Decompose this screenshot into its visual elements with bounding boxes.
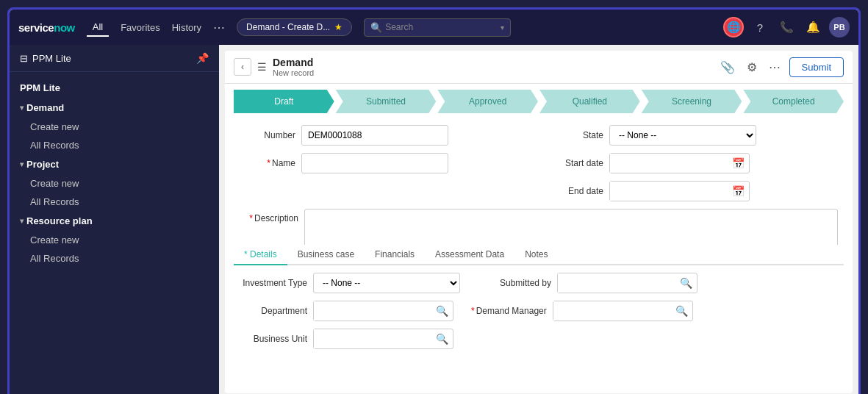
submitted-by-search-icon[interactable]: 🔍 [675,277,697,289]
business-unit-label: Business Unit [234,334,307,344]
department-input[interactable] [314,301,431,320]
tab-details[interactable]: * Details [234,245,287,265]
demand-manager-input[interactable] [553,301,671,320]
form-title-area: Demand New record [273,57,314,77]
start-date-input[interactable] [610,154,728,173]
demand-manager-group: *Demand Manager 🔍 [471,301,693,321]
demand-manager-label: *Demand Manager [471,306,547,316]
start-date-group: Start date 📅 [545,153,841,173]
step-approved[interactable]: Approved [437,90,538,113]
start-date-calendar-icon[interactable]: 📅 [728,157,749,169]
tab-financials[interactable]: Financials [365,245,425,265]
nav-favorites[interactable]: Favorites [121,22,159,33]
sidebar-item-ppm-lite[interactable]: PPM Lite [10,78,219,98]
step-draft[interactable]: Draft [234,90,334,113]
end-date-input[interactable] [610,182,728,201]
sidebar-project-all-records[interactable]: All Records [10,193,219,211]
brand-logo-area: servicenow [18,21,75,34]
more-options-icon[interactable]: ⋯ [766,59,783,76]
sidebar-filter-button[interactable]: ⊟ PPM Lite [20,53,71,64]
investment-type-group: Investment Type -- None -- [234,273,460,293]
department-wrap: 🔍 [313,301,453,321]
start-date-label: Start date [545,158,603,168]
sidebar-project-create-new[interactable]: Create new [10,174,219,193]
sidebar-resource-create-new[interactable]: Create new [10,231,219,249]
step-qualified[interactable]: Qualified [539,90,640,113]
help-icon-button[interactable]: ? [750,17,770,37]
end-date-wrap: 📅 [609,181,750,201]
business-unit-row: Business Unit 🔍 [234,329,844,349]
search-input[interactable] [385,22,501,32]
submitted-by-input[interactable] [558,273,675,293]
main-layout: ⊟ PPM Lite 📌 PPM Lite ▾ Demand Create ne… [10,45,858,394]
description-textarea[interactable] [304,209,838,245]
tab-notes[interactable]: Notes [514,245,558,265]
start-date-wrap: 📅 [609,153,750,173]
resource-plan-section-label: Resource plan [26,215,93,226]
tabs-bar: * Details Business case Financials Asses… [234,245,844,265]
hamburger-icon[interactable]: ☰ [257,61,267,73]
name-startdate-row: *Name Start date 📅 [237,153,841,173]
demand-section-label: Demand [26,102,64,113]
back-button[interactable]: ‹ [234,58,251,76]
demand-manager-search-icon[interactable]: 🔍 [671,305,692,317]
pin-icon[interactable]: 📌 [196,52,209,64]
department-group: Department 🔍 [234,301,453,321]
step-completed[interactable]: Completed [743,90,844,113]
step-submitted[interactable]: Submitted [336,90,437,113]
business-unit-input[interactable] [314,329,431,348]
brand-logo[interactable]: servicenow [18,21,75,34]
end-date-calendar-icon[interactable]: 📅 [728,185,749,197]
breadcrumb-label: Demand - Create D... [246,22,330,32]
number-group: Number [237,125,533,146]
tab-assessment-data[interactable]: Assessment Data [425,245,514,265]
settings-icon[interactable]: ⚙ [744,59,760,76]
nav-all-button[interactable]: All [87,18,109,37]
avatar-button[interactable]: PB [829,17,850,37]
department-search-icon[interactable]: 🔍 [431,305,453,317]
nav-icon-group: 🌐 ? 📞 🔔 PB [723,17,850,37]
end-date-label: End date [545,186,603,196]
search-icon: 🔍 [370,22,382,33]
business-unit-wrap: 🔍 [313,329,453,349]
step-screening[interactable]: Screening [642,90,742,113]
name-input[interactable] [301,153,448,173]
sidebar-item-resource-plan[interactable]: ▾ Resource plan [10,211,219,231]
sidebar-demand-create-new[interactable]: Create new [10,118,219,136]
breadcrumb-pill[interactable]: Demand - Create D... ★ [237,18,352,36]
dept-demand-row: Department 🔍 *Demand Manager 🔍 [234,301,844,321]
sidebar-header: ⊟ PPM Lite 📌 [10,45,219,72]
end-date-group: End date 📅 [545,181,841,201]
attachment-icon[interactable]: 📎 [717,59,738,76]
sidebar-demand-all-records[interactable]: All Records [10,136,219,154]
favorite-star-icon[interactable]: ★ [334,22,342,32]
tab-business-case[interactable]: Business case [287,245,365,265]
project-section-label: Project [26,159,59,170]
sidebar-item-demand[interactable]: ▾ Demand [10,98,219,118]
number-input[interactable] [301,125,448,146]
nav-more-icon[interactable]: ⋯ [213,21,225,35]
demand-manager-wrap: 🔍 [553,301,693,321]
description-group: *Description [237,209,841,245]
form-body: Number State -- None -- *N [225,119,853,245]
search-bar[interactable]: 🔍 ▾ [364,18,511,37]
name-label: *Name [237,158,295,168]
sidebar-title-label: PPM Lite [32,53,71,64]
business-unit-search-icon[interactable]: 🔍 [431,333,453,345]
search-dropdown-icon[interactable]: ▾ [501,24,504,32]
department-label: Department [234,306,307,316]
progress-bar: Draft Submitted Approved Qualified Scree… [234,90,844,113]
investment-submitted-row: Investment Type -- None -- Submitted by … [234,273,844,293]
bell-icon-button[interactable]: 🔔 [803,17,823,37]
chevron-down-icon: ▾ [20,104,24,112]
state-select[interactable]: -- None -- [609,125,756,146]
globe-icon-button[interactable]: 🌐 [723,17,744,37]
phone-icon-button[interactable]: 📞 [776,17,797,37]
submit-button[interactable]: Submit [789,57,844,77]
sidebar-resource-all-records[interactable]: All Records [10,249,219,268]
investment-type-select[interactable]: -- None -- [313,273,460,293]
submitted-by-wrap: 🔍 [557,273,697,293]
nav-history[interactable]: History [172,22,201,33]
state-label: State [545,130,603,140]
sidebar-item-project[interactable]: ▾ Project [10,154,219,174]
